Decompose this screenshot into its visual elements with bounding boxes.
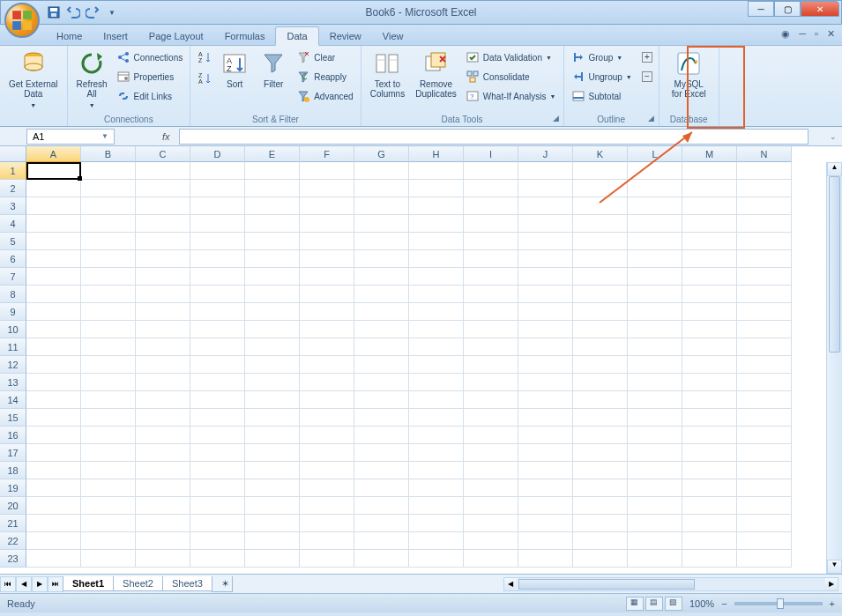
cell[interactable] <box>136 550 190 568</box>
cell[interactable] <box>464 180 518 197</box>
cell[interactable] <box>300 197 354 215</box>
cell[interactable] <box>682 321 737 338</box>
cell[interactable] <box>81 444 136 462</box>
cell[interactable] <box>81 497 136 515</box>
column-header-N[interactable]: N <box>737 146 792 162</box>
cell[interactable] <box>190 162 245 180</box>
cell[interactable] <box>464 268 518 286</box>
cell[interactable] <box>682 462 737 479</box>
cell[interactable] <box>518 374 573 391</box>
cell[interactable] <box>190 303 245 321</box>
cell[interactable] <box>737 250 792 268</box>
cell[interactable] <box>136 356 190 374</box>
cell[interactable] <box>628 356 682 374</box>
cell[interactable] <box>26 338 81 356</box>
cell[interactable] <box>464 427 518 444</box>
cell[interactable] <box>354 250 409 268</box>
cell[interactable] <box>354 391 409 409</box>
cell[interactable] <box>518 515 573 532</box>
cell[interactable] <box>190 444 245 462</box>
cell[interactable] <box>737 497 792 515</box>
cell[interactable] <box>518 391 573 409</box>
scroll-thumb[interactable] <box>829 176 840 353</box>
cell[interactable] <box>409 162 464 180</box>
cell[interactable] <box>81 162 136 180</box>
cell[interactable] <box>81 197 136 215</box>
cell[interactable] <box>245 303 300 321</box>
cell[interactable] <box>573 338 628 356</box>
cell[interactable] <box>190 374 245 391</box>
cell[interactable] <box>573 233 628 250</box>
scroll-left-button[interactable]: ◀ <box>504 578 517 590</box>
cell[interactable] <box>81 550 136 568</box>
cell[interactable] <box>464 162 518 180</box>
cell[interactable] <box>518 338 573 356</box>
cell[interactable] <box>573 427 628 444</box>
cell[interactable] <box>628 215 682 233</box>
cell[interactable] <box>245 444 300 462</box>
cell[interactable] <box>464 338 518 356</box>
cell[interactable] <box>26 162 81 180</box>
sheet-tab-sheet3[interactable]: Sheet3 <box>162 576 212 591</box>
cell[interactable] <box>300 180 354 197</box>
cell[interactable] <box>136 180 190 197</box>
cell[interactable] <box>354 338 409 356</box>
sheet-tab-sheet2[interactable]: Sheet2 <box>113 576 163 591</box>
cell[interactable] <box>354 197 409 215</box>
row-header-18[interactable]: 18 <box>0 462 26 479</box>
cell[interactable] <box>245 427 300 444</box>
cell[interactable] <box>409 444 464 462</box>
cell[interactable] <box>81 532 136 550</box>
cell[interactable] <box>409 338 464 356</box>
cell[interactable] <box>190 479 245 497</box>
cell[interactable] <box>245 338 300 356</box>
tab-insert[interactable]: Insert <box>93 27 138 45</box>
cell[interactable] <box>354 180 409 197</box>
cell[interactable] <box>573 409 628 427</box>
cell[interactable] <box>190 180 245 197</box>
cell[interactable] <box>518 215 573 233</box>
cell[interactable] <box>245 515 300 532</box>
row-header-15[interactable]: 15 <box>0 409 26 427</box>
cell[interactable] <box>136 268 190 286</box>
cell[interactable] <box>628 409 682 427</box>
cell[interactable] <box>464 286 518 303</box>
cell[interactable] <box>737 303 792 321</box>
tab-formulas[interactable]: Formulas <box>214 27 276 45</box>
cell[interactable] <box>464 409 518 427</box>
cell[interactable] <box>682 180 737 197</box>
cell[interactable] <box>464 515 518 532</box>
cell[interactable] <box>354 162 409 180</box>
cell[interactable] <box>245 162 300 180</box>
cell[interactable] <box>354 303 409 321</box>
cell[interactable] <box>628 268 682 286</box>
column-header-H[interactable]: H <box>409 146 464 162</box>
cell[interactable] <box>518 444 573 462</box>
cell[interactable] <box>409 321 464 338</box>
next-sheet-button[interactable]: ▶ <box>32 576 48 592</box>
cell[interactable] <box>26 250 81 268</box>
cell[interactable] <box>136 479 190 497</box>
cell[interactable] <box>136 427 190 444</box>
cell[interactable] <box>518 180 573 197</box>
cell[interactable] <box>81 356 136 374</box>
cell[interactable] <box>26 409 81 427</box>
clear-filter-button[interactable]: Clear <box>294 48 354 67</box>
cell[interactable] <box>190 427 245 444</box>
cell[interactable] <box>81 321 136 338</box>
column-header-C[interactable]: C <box>136 146 190 162</box>
close-button[interactable]: ✕ <box>801 1 839 17</box>
cell[interactable] <box>190 250 245 268</box>
cell[interactable] <box>573 180 628 197</box>
cell[interactable] <box>26 462 81 479</box>
cell[interactable] <box>190 268 245 286</box>
cell[interactable] <box>737 391 792 409</box>
cell[interactable] <box>737 532 792 550</box>
zoom-in-button[interactable]: + <box>830 598 835 609</box>
row-header-12[interactable]: 12 <box>0 356 26 374</box>
cell[interactable] <box>573 374 628 391</box>
cell[interactable] <box>409 409 464 427</box>
tab-page-layout[interactable]: Page Layout <box>138 27 214 45</box>
cell[interactable] <box>737 409 792 427</box>
cell[interactable] <box>409 303 464 321</box>
